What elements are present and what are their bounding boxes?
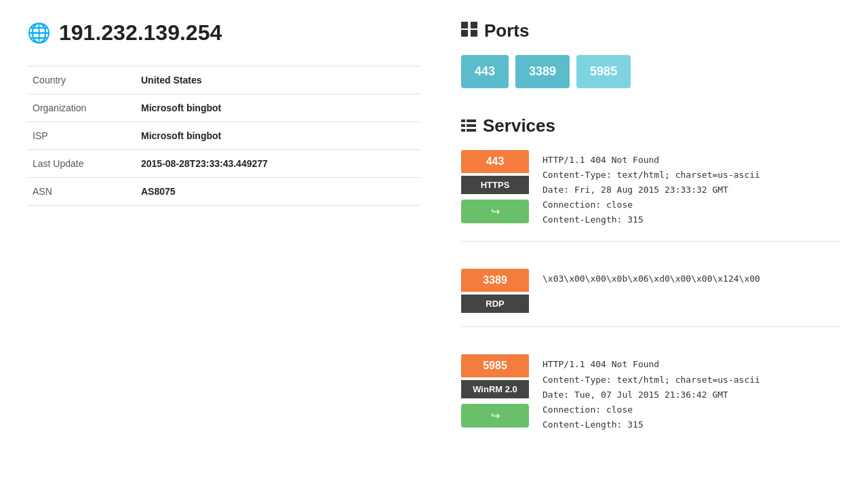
- port-badge[interactable]: 5985: [576, 55, 631, 88]
- service-port-label: HTTPS: [461, 176, 529, 194]
- service-details: \x03\x00\x00\x0b\x06\xd0\x00\x00\x124\x0…: [542, 269, 841, 313]
- service-share-button[interactable]: ↪: [461, 404, 529, 428]
- info-row: Last Update 2015-08-28T23:33:43.449277: [27, 150, 420, 178]
- page: 🌐 191.232.139.254 Country United States …: [0, 0, 868, 490]
- svg-rect-7: [467, 124, 476, 127]
- services-section-header: Services: [461, 115, 841, 136]
- services-container: 443 HTTPS ↪ HTTP/1.1 404 Not FoundConten…: [461, 150, 841, 446]
- info-row: Country United States: [27, 67, 420, 94]
- service-block: 5985 WinRM 2.0 ↪ HTTP/1.1 404 Not FoundC…: [461, 354, 841, 445]
- service-port-number: 3389: [461, 269, 529, 292]
- ports-section-header: Ports: [461, 20, 841, 41]
- info-table: Country United States Organization Micro…: [27, 66, 420, 206]
- info-label: ISP: [27, 122, 136, 150]
- service-port-number: 5985: [461, 354, 529, 377]
- ports-title: Ports: [484, 20, 529, 41]
- info-label: Last Update: [27, 150, 136, 178]
- svg-rect-2: [461, 30, 468, 37]
- services-title: Services: [483, 115, 555, 136]
- svg-rect-0: [461, 22, 468, 29]
- info-row: ISP Microsoft bingbot: [27, 122, 420, 150]
- info-row: Organization Microsoft bingbot: [27, 94, 420, 122]
- left-panel: 🌐 191.232.139.254 Country United States …: [27, 20, 448, 473]
- svg-rect-6: [461, 124, 465, 127]
- service-port-col: 5985 WinRM 2.0 ↪: [461, 354, 529, 432]
- service-port-label: RDP: [461, 295, 529, 313]
- info-value: AS8075: [136, 178, 420, 206]
- ports-icon: [461, 20, 477, 41]
- info-label: Country: [27, 67, 136, 94]
- info-label: ASN: [27, 178, 136, 206]
- globe-icon: 🌐: [27, 22, 51, 44]
- right-panel: Ports 44333895985 Services 443 HTTPS: [448, 20, 841, 473]
- svg-rect-9: [467, 129, 476, 132]
- service-details: HTTP/1.1 404 Not FoundContent-Type: text…: [542, 354, 841, 432]
- info-value: Microsoft bingbot: [136, 94, 420, 122]
- info-value: United States: [136, 67, 420, 94]
- ports-row: 44333895985: [461, 55, 841, 88]
- service-details: HTTP/1.1 404 Not FoundContent-Type: text…: [542, 150, 841, 227]
- info-value: 2015-08-28T23:33:43.449277: [136, 150, 420, 178]
- service-port-label: WinRM 2.0: [461, 380, 529, 398]
- service-share-button[interactable]: ↪: [461, 200, 529, 223]
- service-port-col: 443 HTTPS ↪: [461, 150, 529, 227]
- svg-rect-1: [471, 22, 477, 29]
- ip-header: 🌐 191.232.139.254: [27, 20, 420, 45]
- service-block: 3389 RDP \x03\x00\x00\x0b\x06\xd0\x00\x0…: [461, 269, 841, 327]
- svg-rect-3: [471, 30, 477, 37]
- service-port-col: 3389 RDP: [461, 269, 529, 313]
- svg-rect-8: [461, 129, 465, 132]
- svg-rect-4: [461, 119, 465, 122]
- services-icon: [461, 115, 476, 136]
- service-block: 443 HTTPS ↪ HTTP/1.1 404 Not FoundConten…: [461, 150, 841, 242]
- ip-title: 191.232.139.254: [59, 20, 222, 45]
- info-label: Organization: [27, 94, 136, 122]
- port-badge[interactable]: 3389: [515, 55, 570, 88]
- service-port-number: 443: [461, 150, 529, 173]
- svg-rect-5: [467, 119, 476, 122]
- port-badge[interactable]: 443: [461, 55, 509, 88]
- info-value: Microsoft bingbot: [136, 122, 420, 150]
- info-row: ASN AS8075: [27, 178, 420, 206]
